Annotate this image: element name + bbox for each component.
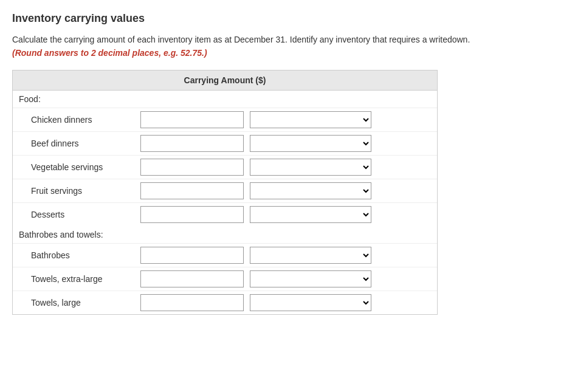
writedown-dropdown[interactable]: No write-down requiredWrite-down require… xyxy=(250,159,371,176)
item-label: Towels, extra-large xyxy=(31,274,140,284)
table-container: Carrying Amount ($) Food:Chicken dinners… xyxy=(12,70,438,315)
writedown-dropdown[interactable]: No write-down requiredWrite-down require… xyxy=(250,111,371,128)
table-row: Towels, extra-largeNo write-down require… xyxy=(13,267,437,291)
item-label: Towels, large xyxy=(31,298,140,308)
writedown-dropdown[interactable]: No write-down requiredWrite-down require… xyxy=(250,182,371,199)
carrying-amount-input[interactable] xyxy=(140,111,244,128)
table-header: Carrying Amount ($) xyxy=(13,70,437,91)
writedown-dropdown[interactable]: No write-down requiredWrite-down require… xyxy=(250,270,371,287)
carrying-amount-input[interactable] xyxy=(140,294,244,311)
writedown-dropdown[interactable]: No write-down requiredWrite-down require… xyxy=(250,206,371,223)
carrying-amount-input[interactable] xyxy=(140,159,244,176)
item-label: Fruit servings xyxy=(31,186,140,196)
item-label: Chicken dinners xyxy=(31,115,140,125)
writedown-dropdown[interactable]: No write-down requiredWrite-down require… xyxy=(250,294,371,311)
table-row: DessertsNo write-down requiredWrite-down… xyxy=(13,202,437,226)
item-label: Desserts xyxy=(31,210,140,219)
item-label: Beef dinners xyxy=(31,139,140,148)
table-row: Fruit servingsNo write-down requiredWrit… xyxy=(13,179,437,202)
item-label: Bathrobes xyxy=(31,250,140,260)
carrying-amount-input[interactable] xyxy=(140,182,244,199)
carrying-amount-input[interactable] xyxy=(140,206,244,223)
item-label: Vegetable servings xyxy=(31,162,140,172)
instructions-italic: (Round answers to 2 decimal places, e.g.… xyxy=(12,48,563,58)
table-row: Beef dinnersNo write-down requiredWrite-… xyxy=(13,131,437,155)
writedown-dropdown[interactable]: No write-down requiredWrite-down require… xyxy=(250,247,371,264)
table-row: BathrobesNo write-down requiredWrite-dow… xyxy=(13,243,437,267)
table-row: Towels, largeNo write-down requiredWrite… xyxy=(13,291,437,314)
carrying-amount-input[interactable] xyxy=(140,270,244,287)
page-title: Inventory carrying values xyxy=(12,12,563,25)
carrying-amount-input[interactable] xyxy=(140,135,244,152)
table-row: Chicken dinnersNo write-down requiredWri… xyxy=(13,108,437,131)
writedown-dropdown[interactable]: No write-down requiredWrite-down require… xyxy=(250,135,371,152)
section-label-0: Food: xyxy=(13,91,437,108)
table-row: Vegetable servingsNo write-down required… xyxy=(13,155,437,179)
instructions-text: Calculate the carrying amount of each in… xyxy=(12,35,563,44)
carrying-amount-input[interactable] xyxy=(140,247,244,264)
section-label-1: Bathrobes and towels: xyxy=(13,226,437,243)
